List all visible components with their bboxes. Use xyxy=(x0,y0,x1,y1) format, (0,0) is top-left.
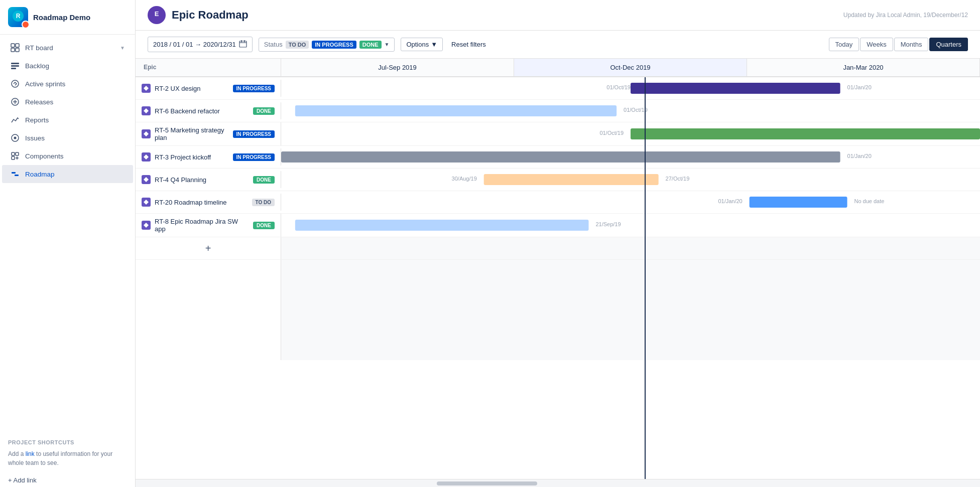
epic-name-rt4: RT-4 Q4 Planning xyxy=(155,176,249,184)
page-title: Epic Roadmap xyxy=(172,9,249,22)
months-button[interactable]: Months xyxy=(894,38,929,51)
options-button[interactable]: Options ▼ xyxy=(401,38,443,51)
empty-area xyxy=(136,260,980,360)
svg-marker-31 xyxy=(144,200,149,205)
status-badge-rt5: IN PROGRESS xyxy=(233,130,275,138)
epic-icon-rt20 xyxy=(142,198,151,207)
toolbar: 2018 / 01 / 01 → 2020/12/31 Status TO DO… xyxy=(136,31,980,59)
bar-rt4[interactable] xyxy=(484,174,659,185)
epic-cell-rt4: RT-4 Q4 Planning DONE xyxy=(136,171,281,188)
bar-rt5[interactable] xyxy=(631,128,980,139)
shortcuts-title: PROJECT SHORTCUTS xyxy=(8,439,127,445)
today-button[interactable]: Today xyxy=(829,38,860,51)
bar-rt20[interactable] xyxy=(750,197,847,208)
epic-name-rt2: RT-2 UX design xyxy=(155,85,229,92)
sidebar-item-active-sprints[interactable]: Active sprints xyxy=(2,75,133,93)
sidebar-label-components: Components xyxy=(25,152,125,160)
reports-icon xyxy=(10,115,20,125)
gantt-area-rt3: 01/Jan/20 xyxy=(281,146,980,168)
bar-start-label-rt4: 30/Aug/19 xyxy=(452,176,477,182)
svg-rect-5 xyxy=(16,48,19,52)
sidebar-item-backlog[interactable]: Backlog xyxy=(2,57,133,75)
options-chevron-icon: ▼ xyxy=(431,41,437,48)
svg-marker-26 xyxy=(144,86,149,91)
table-row[interactable]: RT-6 Backend refactor DONE 01/Oct/19 xyxy=(136,100,980,122)
project-logo[interactable]: R xyxy=(8,7,28,27)
sidebar-item-issues[interactable]: Issues xyxy=(2,129,133,147)
table-row[interactable]: RT-5 Marketing strategy plan IN PROGRESS… xyxy=(136,122,980,146)
status-filter[interactable]: Status TO DO IN PROGRESS DONE ▼ xyxy=(259,38,395,52)
board-icon xyxy=(10,43,20,53)
release-icon xyxy=(10,97,20,107)
status-badge-rt4: DONE xyxy=(253,176,275,184)
epic-cell-rt5: RT-5 Marketing strategy plan IN PROGRESS xyxy=(136,122,281,145)
gantt-area-rt6: 01/Oct/19 xyxy=(281,100,980,122)
gantt-area-rt20: 01/Jan/20 No due date xyxy=(281,191,980,213)
view-buttons: Today Weeks Months Quarters xyxy=(829,38,968,51)
svg-point-9 xyxy=(12,80,19,87)
bar-rt8[interactable] xyxy=(295,220,589,231)
quarter-header-1: Oct-Dec 2019 xyxy=(514,59,747,76)
components-icon xyxy=(10,151,20,161)
table-row[interactable]: RT-8 Epic Roadmap Jira SW app DONE 21/Se… xyxy=(136,214,980,237)
sidebar-item-reports[interactable]: Reports xyxy=(2,111,133,129)
quarters-button[interactable]: Quarters xyxy=(929,38,968,51)
weeks-button[interactable]: Weeks xyxy=(860,38,893,51)
date-range-button[interactable]: 2018 / 01 / 01 → 2020/12/31 xyxy=(148,37,253,52)
svg-rect-16 xyxy=(16,152,19,155)
sidebar-item-roadmap[interactable]: Roadmap xyxy=(2,165,133,183)
sprint-icon xyxy=(10,79,20,89)
add-link-button[interactable]: + Add link xyxy=(0,473,135,487)
bar-start-label-rt2: 01/Oct/19 xyxy=(606,84,631,90)
shortcuts-link[interactable]: link xyxy=(26,450,35,457)
chevron-down-icon: ▼ xyxy=(120,45,125,51)
page-icon-symbol: E xyxy=(151,9,162,22)
svg-marker-29 xyxy=(144,154,149,159)
reset-filters-button[interactable]: Reset filters xyxy=(449,38,488,51)
bar-rt6[interactable] xyxy=(295,105,617,116)
horizontal-scrollbar[interactable] xyxy=(136,479,980,487)
svg-rect-22 xyxy=(239,41,247,47)
table-row[interactable]: RT-4 Q4 Planning DONE 30/Aug/19 27/Oct/1… xyxy=(136,169,980,191)
sidebar-header: R Roadmap Demo xyxy=(0,0,135,35)
bar-start-label-rt20: 01/Jan/20 xyxy=(718,198,742,204)
roadmap-body: RT-2 UX design IN PROGRESS 01/Oct/19 01/… xyxy=(136,77,980,479)
status-badge-rt20: TO DO xyxy=(252,199,275,206)
sidebar-item-releases[interactable]: Releases xyxy=(2,93,133,111)
inprogress-badge: IN PROGRESS xyxy=(312,41,356,49)
table-row[interactable]: RT-3 Project kickoff IN PROGRESS 01/Jan/… xyxy=(136,146,980,169)
project-shortcuts: PROJECT SHORTCUTS Add a link to useful i… xyxy=(0,433,135,473)
epic-cell-rt20: RT-20 Roadmap timeline TO DO xyxy=(136,194,281,211)
svg-rect-7 xyxy=(11,65,19,67)
bar-rt2[interactable] xyxy=(631,83,840,94)
svg-marker-27 xyxy=(144,108,149,113)
add-epic-icon: + xyxy=(205,243,211,254)
bar-svg-rt4: 30/Aug/19 27/Oct/19 xyxy=(281,169,980,191)
svg-text:E: E xyxy=(155,10,159,18)
done-badge: DONE xyxy=(359,41,382,49)
quarter-header-2: Jan-Mar 2020 xyxy=(747,59,980,76)
roadmap-icon xyxy=(10,169,20,179)
svg-rect-17 xyxy=(12,156,15,159)
epic-name-rt5: RT-5 Marketing strategy plan xyxy=(155,126,229,141)
quarter-header-0: Jul-Sep 2019 xyxy=(281,59,514,76)
sidebar-item-rt-board[interactable]: RT board ▼ xyxy=(2,39,133,57)
table-row[interactable]: RT-20 Roadmap timeline TO DO 01/Jan/20 N… xyxy=(136,191,980,214)
epic-icon-rt2 xyxy=(142,84,151,93)
epic-column-header: Epic xyxy=(136,59,281,76)
roadmap-container[interactable]: Epic Jul-Sep 2019 Oct-Dec 2019 Jan-Mar 2… xyxy=(136,59,980,487)
epic-cell-rt8: RT-8 Epic Roadmap Jira SW app DONE xyxy=(136,214,281,237)
bar-end-label-rt2: 01/Jan/20 xyxy=(847,84,872,90)
bar-rt3[interactable] xyxy=(281,151,840,163)
sidebar-label-releases: Releases xyxy=(25,98,125,106)
add-epic-timeline xyxy=(281,237,980,259)
sidebar-item-components[interactable]: Components xyxy=(2,147,133,165)
sidebar-label-reports: Reports xyxy=(25,116,125,124)
add-epic-button[interactable]: + xyxy=(136,237,281,259)
svg-marker-28 xyxy=(144,131,149,136)
gantt-area-rt5: 01/Oct/19 xyxy=(281,123,980,145)
scrollbar-thumb[interactable] xyxy=(437,481,537,485)
bar-end-label-rt8: 21/Sep/19 xyxy=(595,221,621,227)
table-row[interactable]: RT-2 UX design IN PROGRESS 01/Oct/19 01/… xyxy=(136,77,980,100)
top-bar-left: E Epic Roadmap xyxy=(148,6,249,24)
